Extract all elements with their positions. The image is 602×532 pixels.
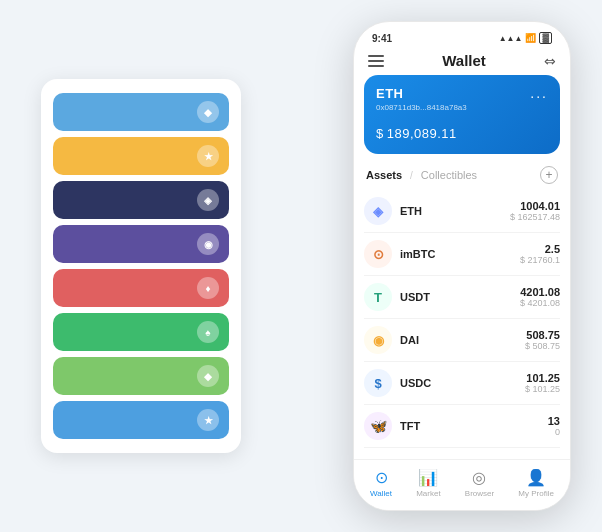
asset-icon-eth: ◈: [364, 197, 392, 225]
asset-name-usdc: USDC: [400, 377, 517, 389]
eth-address: 0x08711d3b...8418a78a3: [376, 103, 548, 112]
card-item-2[interactable]: ◈: [53, 181, 229, 219]
nav-icon-wallet: ⊙: [375, 468, 388, 487]
asset-values-imbtc: 2.5$ 21760.1: [520, 243, 560, 265]
top-nav: Wallet ⇔: [354, 48, 570, 75]
asset-name-dai: DAI: [400, 334, 517, 346]
asset-values-dai: 508.75$ 508.75: [525, 329, 560, 351]
assets-header: Assets / Collectibles +: [354, 162, 570, 190]
card-stack: ◆★◈◉♦♠◆★: [41, 79, 241, 453]
eth-balance-symbol: $: [376, 126, 384, 141]
asset-row[interactable]: ◈ETH1004.01$ 162517.48: [364, 190, 560, 233]
menu-button[interactable]: [368, 55, 384, 67]
asset-name-eth: ETH: [400, 205, 502, 217]
asset-icon-usdt: T: [364, 283, 392, 311]
card-icon: ◆: [197, 101, 219, 123]
tab-assets[interactable]: Assets: [366, 169, 402, 181]
nav-item-browser[interactable]: ◎Browser: [465, 468, 494, 498]
asset-values-tft: 130: [548, 415, 560, 437]
asset-values-usdt: 4201.08$ 4201.08: [520, 286, 560, 308]
asset-row[interactable]: ⊙imBTC2.5$ 21760.1: [364, 233, 560, 276]
nav-label-my-profile: My Profile: [518, 489, 554, 498]
asset-row[interactable]: 🦋TFT130: [364, 405, 560, 448]
add-icon: +: [545, 168, 552, 182]
asset-icon-tft: 🦋: [364, 412, 392, 440]
asset-row[interactable]: ◉DAI508.75$ 508.75: [364, 319, 560, 362]
asset-icon-dai: ◉: [364, 326, 392, 354]
asset-row[interactable]: TUSDT4201.08$ 4201.08: [364, 276, 560, 319]
bottom-nav: ⊙Wallet📊Market◎Browser👤My Profile: [354, 459, 570, 510]
asset-usd: $ 162517.48: [510, 212, 560, 222]
nav-label-browser: Browser: [465, 489, 494, 498]
asset-icon-usdc: $: [364, 369, 392, 397]
nav-icon-browser: ◎: [472, 468, 486, 487]
card-icon: ★: [197, 409, 219, 431]
card-icon: ♠: [197, 321, 219, 343]
card-icon: ◈: [197, 189, 219, 211]
page-title: Wallet: [442, 52, 486, 69]
nav-item-my-profile[interactable]: 👤My Profile: [518, 468, 554, 498]
eth-card-label: ETH: [376, 86, 404, 101]
card-item-0[interactable]: ◆: [53, 93, 229, 131]
asset-usd: $ 508.75: [525, 341, 560, 351]
status-icons: ▲▲▲ 📶 ▓: [499, 32, 552, 44]
card-icon: ◆: [197, 365, 219, 387]
scene: ◆★◈◉♦♠◆★ 9:41 ▲▲▲ 📶 ▓ Wallet ⇔ ETH ...: [11, 11, 591, 521]
card-item-3[interactable]: ◉: [53, 225, 229, 263]
nav-item-wallet[interactable]: ⊙Wallet: [370, 468, 392, 498]
add-asset-button[interactable]: +: [540, 166, 558, 184]
expand-icon[interactable]: ⇔: [544, 53, 556, 69]
asset-list: ◈ETH1004.01$ 162517.48⊙imBTC2.5$ 21760.1…: [354, 190, 570, 459]
nav-item-market[interactable]: 📊Market: [416, 468, 440, 498]
asset-usd: 0: [548, 427, 560, 437]
wifi-icon: 📶: [525, 33, 536, 43]
asset-amount: 13: [548, 415, 560, 427]
asset-amount: 2.5: [520, 243, 560, 255]
asset-amount: 508.75: [525, 329, 560, 341]
card-icon: ★: [197, 145, 219, 167]
asset-usd: $ 4201.08: [520, 298, 560, 308]
phone-frame: 9:41 ▲▲▲ 📶 ▓ Wallet ⇔ ETH ... 0x08711d3b…: [353, 21, 571, 511]
asset-amount: 4201.08: [520, 286, 560, 298]
nav-icon-my-profile: 👤: [526, 468, 546, 487]
asset-amount: 101.25: [525, 372, 560, 384]
status-bar: 9:41 ▲▲▲ 📶 ▓: [354, 22, 570, 48]
nav-icon-market: 📊: [418, 468, 438, 487]
card-item-6[interactable]: ◆: [53, 357, 229, 395]
tab-divider: /: [410, 170, 413, 181]
card-icon: ♦: [197, 277, 219, 299]
time-display: 9:41: [372, 33, 392, 44]
asset-values-eth: 1004.01$ 162517.48: [510, 200, 560, 222]
nav-label-wallet: Wallet: [370, 489, 392, 498]
asset-name-usdt: USDT: [400, 291, 512, 303]
eth-balance-value: 189,089.11: [387, 126, 457, 141]
card-item-1[interactable]: ★: [53, 137, 229, 175]
card-item-7[interactable]: ★: [53, 401, 229, 439]
assets-tabs: Assets / Collectibles: [366, 169, 477, 181]
asset-name-tft: TFT: [400, 420, 540, 432]
asset-amount: 1004.01: [510, 200, 560, 212]
eth-card-menu[interactable]: ...: [530, 85, 548, 101]
card-icon: ◉: [197, 233, 219, 255]
eth-card: ETH ... 0x08711d3b...8418a78a3 $189,089.…: [364, 75, 560, 154]
card-item-5[interactable]: ♠: [53, 313, 229, 351]
card-item-4[interactable]: ♦: [53, 269, 229, 307]
asset-usd: $ 21760.1: [520, 255, 560, 265]
asset-name-imbtc: imBTC: [400, 248, 512, 260]
battery-icon: ▓: [539, 32, 552, 44]
signal-icon: ▲▲▲: [499, 34, 523, 43]
asset-values-usdc: 101.25$ 101.25: [525, 372, 560, 394]
asset-row[interactable]: $USDC101.25$ 101.25: [364, 362, 560, 405]
asset-icon-imbtc: ⊙: [364, 240, 392, 268]
eth-balance: $189,089.11: [376, 118, 548, 144]
asset-usd: $ 101.25: [525, 384, 560, 394]
tab-collectibles[interactable]: Collectibles: [421, 169, 477, 181]
nav-label-market: Market: [416, 489, 440, 498]
